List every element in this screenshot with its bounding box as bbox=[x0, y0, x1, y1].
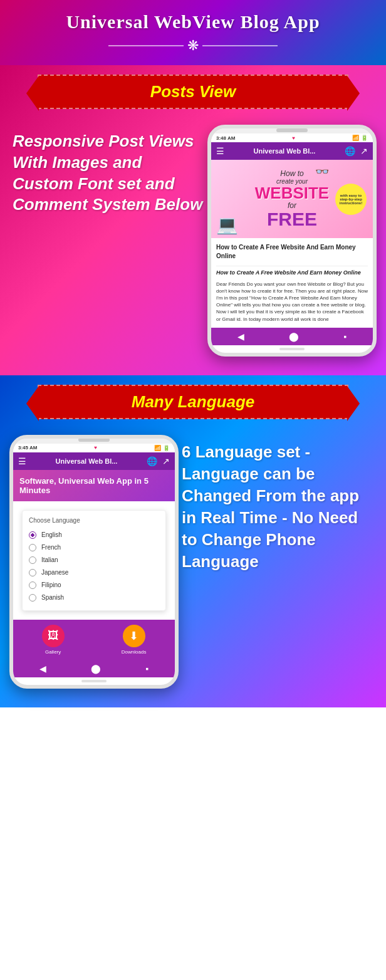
phone2-header-text: Software, Universal Web App in 5 Minutes bbox=[19, 476, 149, 495]
post-image-glasses: 👓 bbox=[315, 165, 329, 179]
back-btn-2[interactable]: ◀ bbox=[39, 664, 46, 674]
language-option-english[interactable]: English bbox=[29, 529, 159, 541]
app-bar-1: ☰ Universal Web Bl... 🌐 ↗ bbox=[211, 142, 373, 160]
header-divider: ❋ bbox=[6, 38, 380, 54]
phone2-header-bg: Software, Universal Web App in 5 Minutes bbox=[13, 470, 175, 501]
post-free: FREE bbox=[267, 210, 317, 229]
translate-icon-2[interactable]: 🌐 bbox=[147, 456, 157, 466]
gallery-bottom-icon[interactable]: 🖼 Gallery bbox=[42, 625, 65, 655]
wifi-icon: 📶 bbox=[352, 135, 359, 141]
hamburger-icon-1[interactable]: ☰ bbox=[216, 146, 224, 156]
app-title: Universal WebView Blog App bbox=[6, 11, 380, 33]
recents-btn-1[interactable]: ▪ bbox=[343, 331, 347, 341]
radio-italian[interactable] bbox=[29, 556, 36, 564]
post-image-area: 💻 👓 How to create your WEBSITE for FREE … bbox=[211, 160, 373, 238]
language-option-filipino[interactable]: Filipino bbox=[29, 579, 159, 592]
status-icons-1: 📶 🔋 bbox=[352, 135, 368, 141]
status-icons-2: 📶 🔋 bbox=[154, 445, 170, 451]
post-body: Dear Friends Do you want your own free W… bbox=[216, 281, 368, 323]
translate-icon-1[interactable]: 🌐 bbox=[345, 146, 355, 156]
post-divider bbox=[216, 266, 368, 266]
recents-btn-2[interactable]: ▪ bbox=[145, 664, 149, 674]
radio-japanese[interactable] bbox=[29, 569, 36, 576]
status-bar-2: 3:45 AM ♥ 📶 🔋 bbox=[13, 444, 175, 452]
app-bar-icons-2: 🌐 ↗ bbox=[147, 456, 170, 466]
battery-icon: 🔋 bbox=[361, 135, 368, 141]
home-btn-2[interactable]: ⬤ bbox=[91, 664, 101, 674]
label-filipino: Filipino bbox=[41, 581, 61, 588]
divider-line-right bbox=[202, 45, 278, 46]
app-bar-2: ☰ Universal Web Bl... 🌐 ↗ bbox=[13, 452, 175, 470]
radio-filipino[interactable] bbox=[29, 581, 36, 589]
language-option-french[interactable]: French bbox=[29, 541, 159, 554]
language-option-spanish[interactable]: Spanish bbox=[29, 592, 159, 604]
section2-description: 6 Language set - Language can be Changed… bbox=[179, 435, 380, 573]
post-title: How to Create A Free Website And Earn Mo… bbox=[216, 243, 368, 261]
gallery-icon: 🖼 bbox=[42, 625, 65, 647]
language-option-italian[interactable]: Italian bbox=[29, 554, 159, 566]
section1-content: Responsive Post Views With Images and Cu… bbox=[0, 112, 386, 357]
post-content: How to Create A Free Website And Earn Mo… bbox=[211, 238, 373, 328]
downloads-label: Downloads bbox=[122, 649, 147, 655]
post-image-laptop: 💻 bbox=[216, 214, 238, 235]
app-header: Universal WebView Blog App ❋ bbox=[0, 0, 386, 65]
posts-view-ribbon: Posts View bbox=[38, 75, 348, 109]
language-dialog: Choose Language English French Italian bbox=[22, 510, 166, 611]
post-image-badge: with easy to step-by-step instructions! bbox=[335, 184, 367, 215]
status-time-1: 3:48 AM bbox=[216, 135, 235, 141]
divider-line-left bbox=[108, 45, 184, 46]
post-subtitle: How to Create A Free Website And Earn Mo… bbox=[216, 269, 368, 277]
section-many-language: Many Language 3:45 AM ♥ 📶 🔋 ☰ Universal … bbox=[0, 375, 386, 707]
section2-content: 3:45 AM ♥ 📶 🔋 ☰ Universal Web Bl... 🌐 ↗ … bbox=[0, 422, 386, 689]
many-language-ribbon: Many Language bbox=[38, 385, 348, 419]
radio-spanish[interactable] bbox=[29, 594, 36, 602]
radio-english[interactable] bbox=[29, 531, 36, 539]
phone-bottom-bar: 🖼 Gallery ⬇ Downloads bbox=[13, 620, 175, 660]
radio-french[interactable] bbox=[29, 544, 36, 551]
status-heart-2: ♥ bbox=[94, 445, 97, 451]
label-spanish: Spanish bbox=[41, 594, 64, 601]
language-dialog-wrapper: Choose Language English French Italian bbox=[13, 501, 175, 620]
label-french: French bbox=[41, 544, 61, 551]
label-italian: Italian bbox=[41, 556, 58, 563]
app-bar-title-1: Universal Web Bl... bbox=[254, 147, 316, 155]
home-indicator-1 bbox=[279, 348, 305, 350]
gallery-label: Gallery bbox=[45, 649, 61, 655]
post-website: WEBSITE bbox=[255, 185, 329, 201]
share-icon-2[interactable]: ↗ bbox=[162, 456, 170, 466]
downloads-bottom-icon[interactable]: ⬇ Downloads bbox=[122, 625, 147, 655]
app-bar-icons-1: 🌐 ↗ bbox=[345, 146, 368, 156]
wifi-icon-2: 📶 bbox=[154, 445, 161, 451]
header-ornament: ❋ bbox=[187, 38, 199, 54]
phone-camera-2 bbox=[78, 438, 110, 442]
downloads-icon: ⬇ bbox=[123, 625, 145, 647]
app-bar-title-2: Universal Web Bl... bbox=[56, 457, 118, 465]
home-indicator-2 bbox=[81, 680, 107, 682]
share-icon-1[interactable]: ↗ bbox=[360, 146, 368, 156]
label-english: English bbox=[41, 531, 62, 538]
language-dialog-title: Choose Language bbox=[29, 517, 159, 524]
post-how: How to bbox=[280, 169, 303, 178]
phone-nav-2: ◀ ⬤ ▪ bbox=[13, 660, 175, 677]
status-bar-1: 3:48 AM ♥ 📶 🔋 bbox=[211, 133, 373, 142]
label-japanese: Japanese bbox=[41, 569, 68, 576]
status-time-2: 3:45 AM bbox=[18, 445, 37, 451]
section1-description: Responsive Post Views With Images and Cu… bbox=[6, 125, 207, 216]
home-btn-1[interactable]: ⬤ bbox=[289, 331, 299, 341]
back-btn-1[interactable]: ◀ bbox=[237, 331, 244, 341]
language-option-japanese[interactable]: Japanese bbox=[29, 566, 159, 579]
battery-icon-2: 🔋 bbox=[163, 445, 170, 451]
status-heart-1: ♥ bbox=[292, 135, 295, 141]
phone-mockup-2: 3:45 AM ♥ 📶 🔋 ☰ Universal Web Bl... 🌐 ↗ … bbox=[9, 435, 179, 689]
phone-camera bbox=[276, 128, 308, 132]
hamburger-icon-2[interactable]: ☰ bbox=[18, 456, 26, 466]
section-posts-view: Posts View Responsive Post Views With Im… bbox=[0, 65, 386, 375]
phone-nav-1: ◀ ⬤ ▪ bbox=[211, 328, 373, 345]
phone-mockup-1: 3:48 AM ♥ 📶 🔋 ☰ Universal Web Bl... 🌐 ↗ … bbox=[207, 125, 377, 357]
